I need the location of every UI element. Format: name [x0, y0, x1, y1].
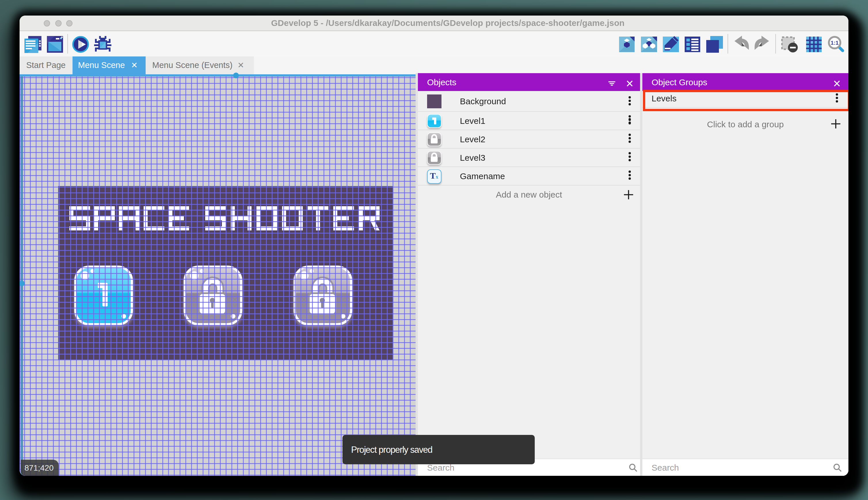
svg-text:1:1: 1:1 [830, 39, 838, 46]
